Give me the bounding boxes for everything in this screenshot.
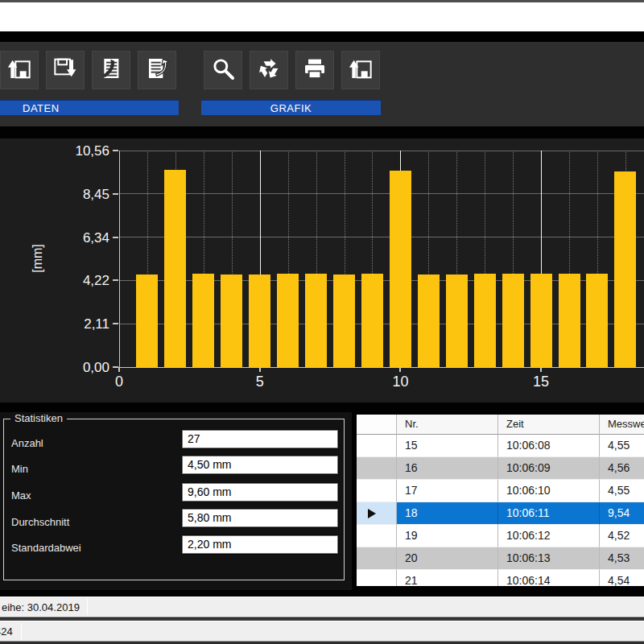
- document-arrow-icon: [144, 56, 170, 85]
- y-tick-mark: [113, 193, 118, 195]
- x-tick-label: 5: [242, 374, 278, 390]
- cell-messwert: 4,55: [600, 480, 644, 502]
- x-tick-mark: [259, 367, 261, 372]
- zoom-graphic-button[interactable]: [204, 51, 242, 89]
- cell-zeit: 10:06:14: [498, 570, 600, 586]
- y-axis-line: [119, 151, 120, 367]
- cell-messwert: 4,56: [600, 457, 644, 480]
- row-header-cell: [357, 570, 397, 586]
- chart-bar: [559, 274, 580, 367]
- y-tick-mark: [113, 237, 118, 238]
- cell-zeit: 10:06:09: [498, 457, 600, 480]
- recycle-icon: [256, 56, 282, 85]
- x-tick-mark: [399, 367, 401, 372]
- y-tick-mark: [113, 323, 118, 324]
- chart-bar: [136, 275, 158, 367]
- column-header-nr[interactable]: Nr.: [397, 415, 498, 435]
- chart-bar: [192, 274, 214, 367]
- y-tick-label: 6,34: [53, 230, 109, 246]
- cell-nr: 18: [397, 502, 498, 525]
- refresh-graphic-button[interactable]: [250, 51, 288, 89]
- durchschnitt-field[interactable]: 5,80 mm: [182, 509, 338, 527]
- max-field[interactable]: 9,60 mm: [182, 483, 338, 502]
- chart-bar: [164, 170, 186, 367]
- standardabweichung-field[interactable]: 2,20 mm: [182, 535, 338, 554]
- x-tick-label: 15: [523, 374, 559, 390]
- min-label: Min: [11, 463, 28, 475]
- table-row[interactable]: 1710:06:104,55: [357, 480, 644, 502]
- clear-data-button[interactable]: [92, 51, 130, 89]
- cell-messwert: 4,53: [600, 547, 644, 570]
- cell-messwert: 9,54: [600, 502, 644, 525]
- anzahl-field[interactable]: 27: [182, 430, 338, 448]
- table-row[interactable]: 1810:06:119,54: [357, 502, 644, 525]
- print-graphic-button[interactable]: [295, 51, 334, 89]
- status-info-text: 424: [0, 621, 13, 642]
- chart-bar: [221, 275, 242, 367]
- table-row[interactable]: 1910:06:124,52: [357, 525, 644, 547]
- chart-bar: [277, 274, 299, 367]
- y-tick-mark: [113, 150, 118, 151]
- x-tick-mark: [540, 367, 542, 372]
- row-header-cell: [357, 457, 397, 480]
- floppy-arrow-down-icon: [52, 56, 78, 85]
- measurement-bar-chart: [mm] 0,002,114,226,348,4510,56051015: [0, 138, 644, 402]
- magnifier-icon: [210, 56, 236, 85]
- table-row[interactable]: 2110:06:144,54: [357, 570, 644, 586]
- chart-bar: [474, 274, 496, 367]
- printer-icon: [302, 56, 328, 85]
- status-bar-series: eihe: 30.04.2019: [0, 597, 644, 617]
- current-row-arrow-icon: [368, 509, 376, 518]
- floppy-arrow-up-icon: [6, 56, 32, 85]
- table-frame: Nr. Zeit Messwert 1510:06:084,551610:06:…: [352, 412, 644, 590]
- grafik-group-label: GRAFIK: [201, 100, 381, 115]
- cell-messwert: 4,55: [600, 435, 644, 457]
- y-axis-title: [mm]: [31, 230, 45, 287]
- save-graphic-button[interactable]: [341, 51, 380, 89]
- chart-bar: [249, 275, 270, 367]
- save-data-button[interactable]: [46, 51, 85, 89]
- open-data-button[interactable]: [0, 51, 39, 89]
- cell-zeit: 10:06:10: [498, 480, 600, 502]
- table-row[interactable]: 1510:06:084,55: [357, 435, 644, 457]
- y-tick-mark: [113, 279, 118, 281]
- y-gridline: [119, 193, 644, 194]
- cell-messwert: 4,52: [600, 525, 644, 547]
- chart-bar: [586, 274, 608, 367]
- y-gridline: [119, 151, 644, 151]
- cell-nr: 15: [397, 435, 498, 457]
- cell-zeit: 10:06:11: [498, 502, 600, 525]
- chart-bar: [361, 274, 383, 367]
- chart-bar: [530, 274, 552, 367]
- status-separator: [87, 599, 88, 615]
- cell-nr: 17: [397, 480, 498, 502]
- document-swoosh-icon: [98, 56, 124, 85]
- table-row[interactable]: 1610:06:094,56: [357, 457, 644, 480]
- row-header-cell: [357, 435, 397, 457]
- anzahl-label: Anzahl: [11, 437, 43, 449]
- separator-strip: [0, 31, 644, 42]
- statistics-title: Statistiken: [10, 412, 67, 424]
- cell-nr: 21: [397, 570, 498, 586]
- separator-strip: [0, 402, 644, 412]
- x-tick-mark: [118, 367, 120, 372]
- column-header-messwert[interactable]: Messwert: [600, 415, 644, 435]
- chart-bar: [502, 274, 524, 367]
- min-field[interactable]: 4,50 mm: [182, 456, 338, 474]
- table-row[interactable]: 2010:06:134,53: [357, 547, 644, 570]
- cell-nr: 16: [397, 457, 498, 480]
- x-axis-line: [119, 367, 644, 368]
- toolbar: DATEN GRAFIK: [0, 42, 644, 126]
- chart-bar: [446, 275, 468, 367]
- series-date-text: eihe: 30.04.2019: [2, 597, 80, 617]
- cell-zeit: 10:06:08: [498, 435, 600, 457]
- y-tick-label: 10,56: [53, 143, 109, 159]
- column-header-zeit[interactable]: Zeit: [498, 415, 600, 435]
- y-gridline: [119, 237, 644, 237]
- y-tick-label: 8,45: [53, 187, 109, 203]
- export-data-button[interactable]: [138, 51, 176, 89]
- x-tick-label: 0: [101, 374, 137, 390]
- floppy-arrow-up-icon: [348, 56, 374, 85]
- table-body: 1510:06:084,551610:06:094,561710:06:104,…: [357, 435, 644, 586]
- cell-zeit: 10:06:13: [498, 547, 600, 570]
